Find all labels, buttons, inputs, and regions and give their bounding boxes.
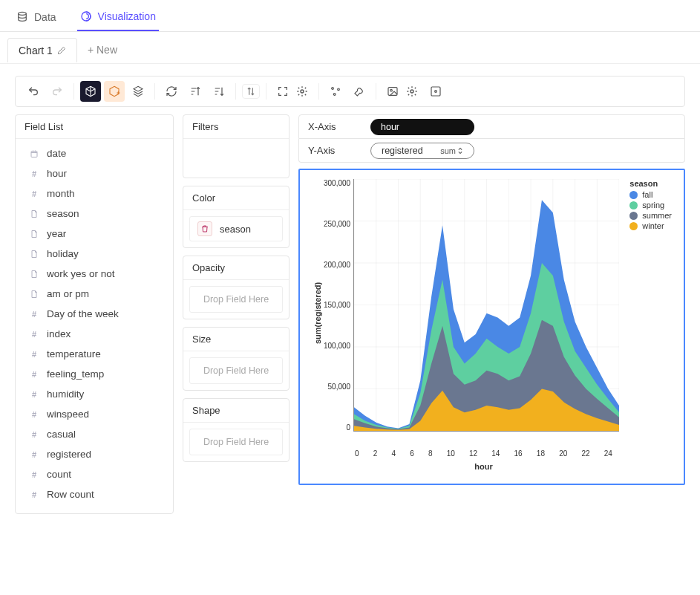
fullscreen-button[interactable] (272, 81, 293, 102)
field-item[interactable]: season (19, 204, 170, 224)
field-item[interactable]: am or pm (19, 284, 170, 304)
chart-tab-label: Chart 1 (19, 45, 53, 56)
chart-canvas: sum(registered) 300,000250,000200,000150… (298, 169, 685, 485)
chart-tab-1[interactable]: Chart 1 (7, 38, 77, 62)
field-item[interactable]: work yes or not (19, 264, 170, 284)
field-item[interactable]: year (19, 224, 170, 244)
legend-swatch (629, 212, 638, 220)
field-name: holiday (47, 248, 79, 259)
svg-point-4 (338, 88, 340, 91)
field-item[interactable]: #winspeed (19, 404, 170, 424)
opacity-title: Opacity (183, 256, 289, 280)
field-name: Day of the week (47, 308, 119, 319)
sort-asc-button[interactable] (185, 81, 206, 102)
sort-desc-icon (213, 85, 225, 97)
size-shelf[interactable]: Size Drop Field Here (183, 327, 290, 391)
x-axis-title: hour (355, 462, 612, 471)
scatter-config-button[interactable] (325, 81, 346, 102)
field-item[interactable]: #casual (19, 424, 170, 444)
redo-icon (51, 85, 63, 97)
x-axis-row: X-Axis hour (298, 114, 685, 139)
color-pill[interactable]: season (189, 216, 283, 241)
legend-item[interactable]: winter (629, 221, 672, 231)
field-item[interactable]: #hour (19, 163, 170, 183)
image-button[interactable] (382, 81, 403, 102)
edit-icon[interactable] (57, 46, 66, 55)
x-tick: 16 (514, 449, 523, 458)
field-item[interactable]: #index (19, 324, 170, 344)
field-item[interactable]: date (19, 143, 170, 163)
legend: season fallspringsummerwinter (619, 179, 672, 446)
legend-label: fall (642, 190, 652, 199)
hash-icon: # (29, 189, 39, 199)
settings-small-button[interactable] (292, 81, 313, 102)
new-chart-tab[interactable]: + New (77, 36, 128, 63)
sort-arrows-icon (457, 147, 463, 155)
field-item[interactable]: #count (19, 464, 170, 484)
layers-icon (132, 85, 144, 97)
gear-button[interactable] (402, 81, 422, 102)
swap-vertical-icon (246, 86, 256, 97)
sort-desc-button[interactable] (209, 81, 229, 102)
legend-title: season (629, 179, 672, 188)
cube-plus-button[interactable] (104, 81, 125, 102)
tab-visualization[interactable]: Visualization (77, 6, 159, 31)
remove-color-button[interactable] (197, 221, 212, 236)
opacity-shelf[interactable]: Opacity Drop Field Here (183, 256, 290, 319)
file-icon (29, 229, 39, 239)
shape-shelf[interactable]: Shape Drop Field Here (183, 398, 290, 462)
size-title: Size (183, 328, 289, 351)
axis-swap-group[interactable] (242, 84, 260, 99)
hash-icon: # (29, 469, 39, 480)
y-axis-title: sum(registered) (312, 179, 324, 446)
opacity-drop[interactable]: Drop Field Here (189, 286, 283, 313)
hash-icon: # (29, 449, 39, 460)
field-name: month (47, 188, 75, 199)
field-item[interactable]: #registered (19, 444, 170, 464)
field-item[interactable]: #feeling_temp (19, 364, 170, 384)
gear-icon (406, 85, 418, 97)
legend-swatch (629, 222, 638, 230)
y-axis-pill[interactable]: registered sum (370, 143, 474, 159)
hash-icon: # (29, 309, 39, 319)
field-item[interactable]: holiday (19, 244, 170, 264)
legend-swatch (629, 201, 638, 209)
redo-button[interactable] (47, 81, 68, 102)
y-tick: 250,000 (324, 220, 350, 228)
wrench-icon (353, 85, 365, 97)
x-tick: 10 (447, 449, 455, 458)
field-item[interactable]: #temperature (19, 344, 170, 364)
x-axis-pill[interactable]: hour (370, 119, 474, 135)
refresh-button[interactable] (161, 81, 182, 102)
field-item[interactable]: #Day of the week (19, 304, 170, 324)
wrench-button[interactable] (349, 81, 370, 102)
legend-item[interactable]: summer (629, 210, 672, 221)
tab-data[interactable]: Data (13, 6, 59, 31)
focus-button[interactable] (425, 81, 446, 102)
hash-icon: # (29, 409, 39, 420)
svg-rect-11 (31, 151, 37, 157)
x-tick: 2 (373, 449, 378, 458)
svg-rect-9 (431, 87, 440, 96)
legend-item[interactable]: spring (629, 200, 672, 210)
color-shelf[interactable]: Color season (183, 186, 290, 248)
layers-button[interactable] (128, 81, 148, 102)
legend-item[interactable]: fall (629, 189, 672, 200)
field-item[interactable]: #month (19, 183, 170, 204)
cube-plus-icon (108, 85, 120, 97)
gear-small-icon (296, 85, 308, 97)
undo-button[interactable] (23, 81, 44, 102)
filters-shelf[interactable]: Filters (183, 114, 290, 178)
field-item[interactable]: #Row count (19, 484, 170, 504)
field-item[interactable]: #humidity (19, 384, 170, 404)
field-name: temperature (47, 348, 101, 360)
cube-button[interactable] (80, 81, 101, 102)
size-drop[interactable]: Drop Field Here (189, 357, 283, 384)
x-tick: 20 (559, 449, 567, 458)
visualization-icon (80, 10, 92, 22)
field-name: index (47, 328, 71, 339)
field-name: humidity (47, 388, 84, 400)
shape-drop[interactable]: Drop Field Here (189, 429, 283, 455)
field-name: am or pm (47, 288, 89, 299)
tab-data-label: Data (34, 11, 56, 23)
